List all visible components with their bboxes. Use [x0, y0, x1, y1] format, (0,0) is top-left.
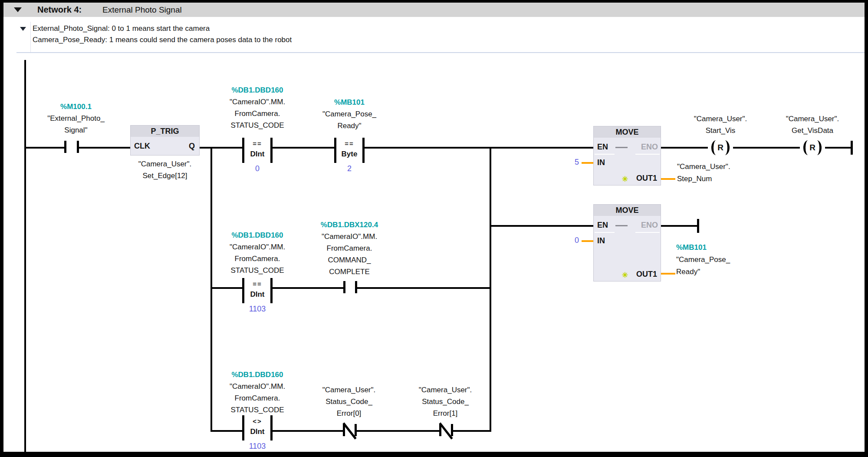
cmp2-name-line[interactable]: Ready" — [293, 120, 406, 132]
move2-title[interactable]: MOVE — [594, 205, 661, 216]
cmp2-name-line[interactable]: "Camera_Pose_ — [293, 108, 406, 120]
cmp2-value[interactable]: 2 — [334, 164, 365, 173]
cmp2-address[interactable]: %MB101 — [293, 96, 406, 108]
cmp3-operator: == — [244, 279, 270, 289]
network-collapse-icon[interactable] — [14, 7, 22, 12]
coil1-reset-coil[interactable]: R — [708, 139, 733, 156]
contact-cc-name-line[interactable]: FromCamera. — [293, 242, 406, 254]
move1-out-operand-line[interactable]: "Camera_User". — [677, 161, 781, 173]
contact-err1-bar-right[interactable] — [451, 424, 453, 436]
cmp3-box[interactable]: == DInt — [242, 278, 273, 303]
move1-title[interactable]: MOVE — [594, 126, 661, 138]
coil1-paren-right — [725, 140, 730, 155]
contact-photo-bar-left[interactable] — [64, 141, 66, 153]
contact-err0-name-line[interactable]: "Camera_User". — [293, 384, 405, 396]
cmp4-address[interactable]: %DB1.DBD160 — [201, 369, 314, 381]
move1-out-wire — [661, 178, 675, 180]
wire-main-rung-left — [24, 147, 593, 149]
contact-cc-name-line[interactable]: COMPLETE — [293, 266, 406, 278]
coil2-operand-line[interactable]: "Camera_User". — [756, 113, 865, 125]
contact-err1-labels: "Camera_User". Status_Code_ Error[1] — [389, 384, 502, 419]
p-trig-operand-line[interactable]: Set_Edge[12] — [108, 170, 221, 182]
cmp4-value[interactable]: 1103 — [242, 442, 273, 451]
coil1-symbol: R — [716, 143, 725, 152]
lad-editor-screen: Network 4: External Photo Signal Externa… — [0, 0, 868, 457]
contact-err1-name-line[interactable]: Error[1] — [389, 407, 502, 419]
coil2-reset-coil[interactable]: R — [800, 139, 825, 156]
cmp3-data-type[interactable]: DInt — [244, 289, 270, 300]
contact-photo-address[interactable]: %M100.1 — [20, 101, 132, 113]
coil2-paren-left — [803, 140, 808, 155]
p-trig-title[interactable]: P_TRIG — [131, 126, 199, 137]
move2-in-value[interactable]: 0 — [562, 236, 579, 245]
move2-pin-out1[interactable]: OUT1 — [636, 270, 657, 279]
move2-out-wire — [661, 273, 675, 275]
cmp1-data-type[interactable]: DInt — [244, 149, 270, 159]
cmp4-box[interactable]: <> DInt — [242, 415, 273, 440]
contact-cc-address[interactable]: %DB1.DBX120.4 — [293, 219, 406, 231]
cmp1-address[interactable]: %DB1.DBD160 — [201, 84, 314, 96]
p-trig-block[interactable]: P_TRIG CLK Q — [130, 125, 200, 156]
move1-pin-en[interactable]: EN — [597, 142, 608, 152]
move1-pin-eno[interactable]: ENO — [641, 142, 658, 152]
move2-out-address[interactable]: %MB101 — [676, 242, 780, 254]
wire-move2-feed — [490, 225, 593, 227]
move2-pin-in[interactable]: IN — [597, 236, 605, 245]
move2-out-operand-line[interactable]: Ready" — [676, 266, 780, 278]
contact-cc-name-line[interactable]: "CameraIO".MM. — [293, 231, 406, 242]
contact-cc-labels: %DB1.DBX120.4 "CameraIO".MM. FromCamera.… — [293, 219, 406, 278]
move1-out-star-icon: ✳ — [622, 175, 628, 184]
contact-cc-gap — [345, 286, 355, 290]
cmp1-box[interactable]: == DInt — [242, 138, 273, 163]
comment-collapse-icon[interactable] — [20, 27, 26, 31]
move1-en-underline — [595, 154, 615, 155]
p-trig-pin-q[interactable]: Q — [189, 142, 195, 151]
contact-err0-bar-right[interactable] — [355, 424, 357, 436]
cmp1-value[interactable]: 0 — [242, 164, 273, 173]
move2-out-operand: %MB101 "Camera_Pose_ Ready" — [676, 242, 780, 278]
contact-photo-bar-right[interactable] — [77, 141, 79, 153]
comment-line-1[interactable]: External_Photo_Signal: 0 to 1 means star… — [33, 24, 210, 33]
cmp2-box[interactable]: == Byte — [334, 138, 365, 163]
network-header-bar: Network 4: External Photo Signal — [3, 3, 865, 17]
move1-out-operand-line[interactable]: Step_Num — [677, 173, 781, 185]
move2-in-wire — [582, 240, 593, 242]
move1-pin-out1[interactable]: OUT1 — [636, 174, 657, 183]
cmp3-value[interactable]: 1103 — [242, 305, 273, 314]
comment-line-2[interactable]: Camera_Pose_Ready: 1 means could send th… — [33, 36, 292, 44]
contact-err0-name-line[interactable]: Error[0] — [293, 407, 405, 419]
wire-move2-eno — [661, 225, 698, 227]
p-trig-pin-clk[interactable]: CLK — [134, 142, 150, 151]
contact-cc-bar-right[interactable] — [355, 281, 357, 293]
move2-pin-en[interactable]: EN — [597, 221, 608, 230]
contact-photo-gap — [66, 146, 77, 149]
network-title[interactable]: Network 4: — [37, 5, 82, 15]
comment-separator — [16, 52, 865, 53]
move2-block[interactable]: MOVE EN ENO IN ✳ OUT1 — [593, 204, 661, 281]
move1-in-value[interactable]: 5 — [562, 158, 579, 167]
move2-pin-eno[interactable]: ENO — [641, 221, 658, 230]
move1-in-wire — [582, 162, 593, 164]
contact-err1-name-line[interactable]: Status_Code_ — [389, 396, 502, 407]
coil2-operand-line[interactable]: Get_VisData — [756, 125, 865, 136]
p-trig-operand-line[interactable]: "Camera_User". — [108, 158, 221, 170]
contact-err1-name-line[interactable]: "Camera_User". — [389, 384, 502, 396]
move1-block[interactable]: MOVE EN ENO IN ✳ OUT1 — [593, 126, 661, 185]
contact-err0-labels: "Camera_User". Status_Code_ Error[0] — [293, 384, 405, 419]
contact-err0-name-line[interactable]: Status_Code_ — [293, 396, 405, 407]
network-subtitle[interactable]: External Photo Signal — [102, 5, 182, 15]
contact-cc-bar-left[interactable] — [343, 281, 345, 293]
cmp2-labels: %MB101 "Camera_Pose_ Ready" — [293, 96, 406, 132]
cmp4-data-type[interactable]: DInt — [244, 427, 270, 437]
move1-en-eno-dash — [615, 147, 628, 148]
contact-photo-name-line[interactable]: Signal" — [20, 124, 132, 136]
move2-en-eno-dash — [615, 225, 628, 226]
contact-photo-labels: %M100.1 "External_Photo_ Signal" — [20, 101, 132, 136]
contact-cc-name-line[interactable]: COMMAND_ — [293, 254, 406, 266]
move2-out-operand-line[interactable]: "Camera_Pose_ — [676, 254, 780, 266]
p-trig-operand: "Camera_User". Set_Edge[12] — [108, 158, 221, 182]
cmp2-data-type[interactable]: Byte — [336, 149, 362, 159]
move2-eno-underline — [635, 232, 660, 233]
move1-pin-in[interactable]: IN — [597, 158, 605, 167]
contact-photo-name-line[interactable]: "External_Photo_ — [20, 113, 132, 124]
